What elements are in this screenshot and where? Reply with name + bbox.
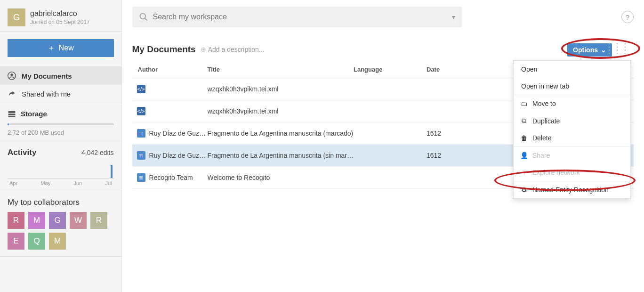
doc-file-icon: ≣ xyxy=(137,129,145,138)
dd-delete[interactable]: 🗑 Delete xyxy=(514,130,630,146)
svg-rect-3 xyxy=(8,114,16,115)
dd-share-label: Share xyxy=(532,152,550,159)
cell-title: Fragmento de La Argentina manuscrita (si… xyxy=(208,152,354,159)
storage-label: Storage xyxy=(21,110,47,118)
new-button[interactable]: ＋ New xyxy=(8,39,114,57)
activity-count: 4,042 edits xyxy=(81,149,114,156)
collaborators-grid: RMGWREQM xyxy=(8,212,114,250)
cell-date: 1612 xyxy=(427,130,483,137)
code-file-icon: </> xyxy=(137,85,145,93)
cell-author: Recogito Team xyxy=(149,174,193,181)
month-label: Apr xyxy=(9,180,17,186)
dd-explore: ᛘ Explore network xyxy=(514,164,630,181)
cell-date: 1612 xyxy=(427,152,483,159)
col-title[interactable]: Title xyxy=(208,66,354,73)
svg-rect-2 xyxy=(8,111,16,113)
month-label: May xyxy=(40,180,50,186)
activity-chart xyxy=(8,162,114,178)
plus-icon: ＋ xyxy=(48,43,55,53)
options-button-label: Options xyxy=(573,46,598,54)
doc-file-icon: ≣ xyxy=(137,173,145,182)
dd-ner-label: Named Entity Recognition xyxy=(532,186,609,194)
folder-icon: 🗀 xyxy=(520,100,528,107)
collaborator-badge[interactable]: R xyxy=(90,212,107,229)
dd-move-to[interactable]: 🗀 Move to xyxy=(514,95,630,112)
search-input[interactable] xyxy=(153,13,452,21)
plus-circle-icon: ⊕ xyxy=(201,46,206,53)
dd-open-new-tab[interactable]: Open in new tab xyxy=(514,78,630,95)
dd-ner[interactable]: ⚙ Named Entity Recognition xyxy=(514,181,630,198)
nav-shared-label: Shared with me xyxy=(22,90,71,98)
nav-my-documents-label: My Documents xyxy=(22,72,72,80)
profile-avatar: G xyxy=(8,8,25,26)
dd-delete-label: Delete xyxy=(532,134,551,142)
cell-title: wzqxhk0h3vpikm.tei.xml xyxy=(208,107,354,115)
dd-share: 👤 Share xyxy=(514,147,630,164)
doc-file-icon: ≣ xyxy=(137,151,145,160)
activity-title: Activity xyxy=(8,148,36,157)
gears-icon: ⚙ xyxy=(520,186,528,194)
svg-point-5 xyxy=(140,14,145,19)
page-title: My Documents xyxy=(132,44,196,55)
cell-title: Welcome to Recogito xyxy=(208,174,354,181)
collaborators-title: My top collaborators xyxy=(8,198,114,207)
nav-my-documents[interactable]: My Documents xyxy=(0,67,121,85)
collaborator-badge[interactable]: M xyxy=(49,233,66,250)
collaborator-badge[interactable]: E xyxy=(8,233,24,250)
chevron-down-icon[interactable]: ▾ xyxy=(452,13,455,21)
svg-line-6 xyxy=(145,18,147,21)
add-description[interactable]: ⊕ Add a description... xyxy=(201,46,265,53)
sidebar: G gabrielcalarco Joined on 05 Sept 2017 … xyxy=(0,0,122,292)
svg-rect-4 xyxy=(8,116,16,117)
dd-move-label: Move to xyxy=(532,100,556,107)
activity-bar xyxy=(111,165,113,178)
col-language[interactable]: Language xyxy=(354,66,427,73)
new-button-label: New xyxy=(59,44,74,52)
profile-header: G gabrielcalarco Joined on 05 Sept 2017 xyxy=(0,0,121,32)
dd-duplicate-label: Duplicate xyxy=(532,117,560,125)
nav-shared-with-me[interactable]: Shared with me xyxy=(0,85,121,103)
help-button[interactable]: ? xyxy=(621,11,634,23)
dd-explore-label: Explore network xyxy=(532,169,580,176)
collaborator-badge[interactable]: W xyxy=(70,212,87,229)
profile-joined: Joined on 05 Sept 2017 xyxy=(30,19,90,25)
activity-months: Apr May Jun Jul xyxy=(8,178,114,186)
add-description-label: Add a description... xyxy=(208,46,265,53)
cell-title: Fragmento de La Argentina manuscrita (ma… xyxy=(208,130,354,137)
main-content: ▾ ? My Documents ⊕ Add a description... … xyxy=(122,0,644,292)
dd-duplicate[interactable]: ⧉ Duplicate xyxy=(514,112,630,130)
collaborator-badge[interactable]: R xyxy=(8,212,24,229)
duplicate-icon: ⧉ xyxy=(520,117,528,125)
share-arrow-icon xyxy=(8,89,16,98)
cell-author: Ruy Díaz de Guz… xyxy=(149,130,206,137)
month-label: Jul xyxy=(105,180,112,186)
cell-title: wzqxhk0h3vpikm.tei.xml xyxy=(208,85,354,93)
code-file-icon: </> xyxy=(137,107,145,115)
storage-icon xyxy=(8,110,16,118)
cell-author: Ruy Díaz de Guz… xyxy=(149,152,206,159)
search-box[interactable]: ▾ xyxy=(132,7,462,27)
profile-username: gabrielcalarco xyxy=(30,9,90,18)
storage-fill xyxy=(8,123,9,125)
user-circle-icon xyxy=(8,72,16,80)
col-author[interactable]: Author xyxy=(137,66,208,73)
grid-view-icon[interactable]: ⋮⋮⋮⋮⋮⋮ xyxy=(605,45,629,52)
storage-bar xyxy=(8,123,114,125)
network-icon: ᛘ xyxy=(520,169,528,176)
dd-open[interactable]: Open xyxy=(514,61,630,78)
search-icon xyxy=(139,12,148,22)
options-dropdown: Open Open in new tab 🗀 Move to ⧉ Duplica… xyxy=(513,60,631,199)
trash-icon: 🗑 xyxy=(520,134,528,142)
svg-point-1 xyxy=(10,73,13,76)
storage-usage-text: 2.72 of 200 MB used xyxy=(8,129,114,136)
collaborator-badge[interactable]: G xyxy=(49,212,66,229)
col-date[interactable]: Date xyxy=(427,66,483,73)
month-label: Jun xyxy=(73,180,82,186)
share-icon: 👤 xyxy=(520,152,528,159)
collaborator-badge[interactable]: Q xyxy=(28,233,45,250)
collaborator-badge[interactable]: M xyxy=(28,212,45,229)
